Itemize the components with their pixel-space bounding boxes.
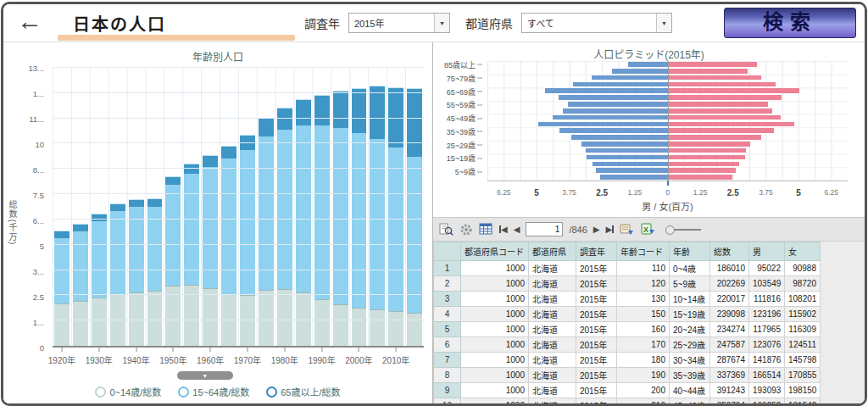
legend-item[interactable]: 65歳以上/総数 — [266, 385, 340, 398]
bar-segment[interactable] — [407, 157, 422, 313]
bar-segment[interactable] — [147, 198, 163, 207]
female-bar[interactable] — [668, 95, 782, 100]
stacked-bar[interactable] — [238, 68, 257, 346]
column-header[interactable]: 都道府県コード — [461, 242, 529, 261]
zoom-slider[interactable] — [662, 229, 701, 231]
chevron-down-icon[interactable]: ▼ — [656, 14, 671, 32]
column-header[interactable]: 都道府県 — [529, 242, 576, 261]
bar-segment[interactable] — [54, 231, 70, 237]
bar-segment[interactable] — [221, 159, 236, 294]
table-row[interactable]: 41000北海道2015年15015~19歳239098123196115902 — [434, 307, 821, 322]
prefecture-select[interactable]: すべて ▼ — [521, 13, 672, 33]
male-bar[interactable] — [592, 75, 667, 81]
bar-segment[interactable] — [184, 174, 199, 284]
legend-item[interactable]: 15~64歳/総数 — [178, 385, 249, 398]
first-page-icon[interactable]: ◀ — [499, 225, 508, 234]
bar-segment[interactable] — [407, 88, 422, 157]
bar-segment[interactable] — [352, 88, 367, 133]
table-row[interactable]: 81000北海道2015年19035~39歳337369166514170855 — [434, 368, 821, 383]
female-bar[interactable] — [668, 128, 774, 133]
bar-segment[interactable] — [240, 150, 255, 295]
stacked-bar[interactable] — [220, 68, 238, 346]
table-row[interactable]: 71000北海道2015年18030~34歳287674141876145798 — [434, 353, 821, 368]
stacked-bar[interactable] — [201, 68, 220, 346]
bar-segment[interactable] — [388, 147, 403, 311]
female-bar[interactable] — [668, 155, 745, 160]
bar-segment[interactable] — [370, 309, 385, 346]
bar-segment[interactable] — [92, 214, 107, 220]
female-bar[interactable] — [668, 175, 732, 180]
column-header[interactable]: 女 — [785, 242, 821, 261]
male-bar[interactable] — [593, 162, 668, 167]
table-row[interactable]: 91000北海道2015年20040~44歳391243193093198150 — [434, 383, 821, 398]
bar-segment[interactable] — [110, 203, 125, 211]
bar-segment[interactable] — [259, 136, 274, 290]
bar-segment[interactable] — [370, 86, 385, 139]
bar-segment[interactable] — [92, 298, 107, 346]
bar-segment[interactable] — [73, 301, 88, 346]
last-page-icon[interactable]: ▶ — [606, 225, 615, 234]
bar-segment[interactable] — [277, 130, 292, 289]
page-number-input[interactable] — [526, 222, 563, 236]
bar-segment[interactable] — [388, 311, 403, 346]
bar-segment[interactable] — [54, 303, 70, 346]
export-excel-icon[interactable]: X — [641, 223, 656, 236]
male-bar[interactable] — [553, 115, 667, 120]
survey-year-select[interactable]: 2015年 ▼ — [348, 13, 450, 33]
column-header[interactable]: 年齢コード — [617, 242, 670, 261]
column-header[interactable]: 調査年 — [576, 242, 617, 261]
prev-page-icon[interactable]: ◀ — [514, 225, 520, 234]
search-preview-icon[interactable] — [439, 223, 453, 236]
column-header[interactable]: 年齢 — [670, 242, 710, 261]
male-bar[interactable] — [581, 142, 667, 147]
stacked-bar[interactable] — [405, 68, 424, 346]
bar-segment[interactable] — [352, 133, 367, 308]
female-bar[interactable] — [668, 162, 739, 167]
stacked-bar[interactable] — [331, 68, 350, 346]
male-bar[interactable] — [559, 95, 668, 100]
male-bar[interactable] — [573, 82, 668, 87]
bar-segment[interactable] — [147, 291, 163, 346]
stacked-bar[interactable] — [53, 68, 71, 346]
bar-segment[interactable] — [277, 108, 292, 130]
male-bar[interactable] — [538, 122, 668, 127]
female-bar[interactable] — [668, 108, 772, 114]
female-bar[interactable] — [668, 115, 782, 120]
table-row[interactable]: 51000北海道2015年16020~24歳234274117965116309 — [434, 322, 821, 337]
male-bar[interactable] — [587, 155, 668, 160]
female-bar[interactable] — [668, 62, 758, 67]
bar-segment[interactable] — [165, 176, 181, 186]
table-row[interactable]: 101000北海道2015年21045~49歳35079416925218154… — [434, 398, 821, 404]
zoom-slider-knob[interactable] — [665, 225, 675, 235]
male-bar[interactable] — [559, 128, 668, 133]
column-header[interactable]: 男 — [749, 242, 785, 261]
chevron-down-icon[interactable]: ▼ — [434, 14, 449, 32]
female-bar[interactable] — [668, 69, 748, 74]
stacked-bar[interactable] — [90, 68, 108, 346]
bar-segment[interactable] — [110, 211, 125, 294]
table-row[interactable]: 61000北海道2015年17025~29歳247587123076124511 — [434, 337, 821, 353]
bar-segment[interactable] — [277, 289, 292, 346]
bar-segment[interactable] — [129, 199, 144, 207]
stacked-bar[interactable] — [294, 68, 313, 346]
male-bar[interactable] — [571, 135, 667, 140]
female-bar[interactable] — [668, 75, 762, 81]
bar-segment[interactable] — [73, 224, 88, 231]
stacked-bar[interactable] — [387, 68, 405, 346]
male-bar[interactable] — [612, 69, 668, 74]
bar-segment[interactable] — [314, 299, 330, 346]
bar-segment[interactable] — [333, 304, 348, 346]
bar-segment[interactable] — [259, 290, 274, 346]
male-bar[interactable] — [628, 62, 667, 67]
stacked-bar[interactable] — [164, 68, 182, 346]
next-page-icon[interactable]: ▶ — [593, 225, 600, 234]
stacked-bar[interactable] — [182, 68, 201, 346]
female-bar[interactable] — [668, 148, 746, 153]
stacked-bar[interactable] — [71, 68, 90, 346]
axis-range-handle[interactable]: ▼ — [177, 371, 233, 380]
stacked-bar[interactable] — [127, 68, 146, 346]
bar-segment[interactable] — [352, 308, 367, 346]
settings-gear-icon[interactable] — [459, 223, 473, 236]
female-bar[interactable] — [668, 102, 769, 107]
female-bar[interactable] — [668, 142, 751, 147]
